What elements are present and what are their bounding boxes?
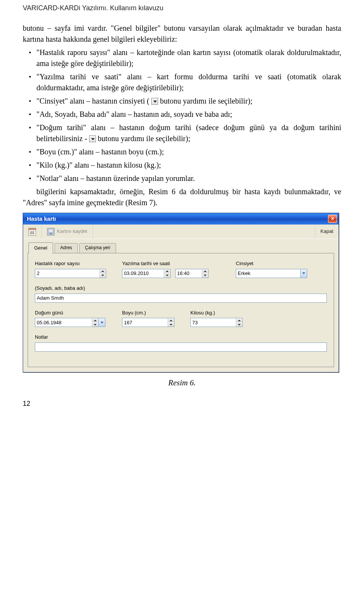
bullet-item-continued: • "Doğum tarihi" alanı – hastanın doğum …: [23, 122, 341, 144]
chevron-down-icon[interactable]: [300, 269, 307, 278]
intro-paragraph: butonu – sayfa imi vardır. "Genel bilgil…: [23, 23, 341, 45]
time-spinner[interactable]: [202, 269, 209, 278]
page-number: 12: [23, 399, 341, 408]
birthday-label: Doğum günü: [35, 309, 107, 317]
birthday-input[interactable]: [35, 318, 92, 327]
calendar-icon: [28, 228, 36, 236]
birthday-spinner[interactable]: [92, 318, 99, 327]
notes-input[interactable]: [35, 342, 327, 352]
bullet-item: "Notlar" alanı – hastanın üzerinde yapıl…: [36, 173, 341, 184]
form-panel: Hastalık rapor sayısı Yazılma tarihi ve …: [28, 253, 334, 367]
report-number-label: Hastalık rapor sayısı: [35, 260, 107, 267]
height-spinner[interactable]: [168, 318, 174, 327]
bullet-item: "Boyu (cm.)" alanı – hastanın boyu (cm.)…: [36, 146, 341, 157]
height-input[interactable]: [122, 318, 168, 327]
save-card-button[interactable]: Kartını kaydet: [42, 225, 93, 239]
close-label: Kapat: [320, 228, 333, 235]
date-input[interactable]: [122, 269, 164, 278]
titlebar[interactable]: Hasta kartı ×: [23, 213, 339, 225]
save-label: Kartını kaydet: [57, 228, 87, 235]
calendar-button[interactable]: [23, 225, 42, 239]
bullet-item: "Kilo (kg.)" alanı – hastanın kilosu (kg…: [36, 160, 341, 171]
close-button[interactable]: Kapat: [315, 225, 339, 239]
bullet-text: "Cinsiyet" alanı – hastanın cinsiyeti (: [36, 97, 149, 105]
figure-caption: Resim 6.: [23, 377, 341, 388]
hasta-karti-dialog: Hasta kartı × Kartını kaydet Kapat Genel…: [23, 213, 339, 372]
report-number-input[interactable]: [35, 269, 99, 278]
dialog-screenshot: Hasta kartı × Kartını kaydet Kapat Genel…: [23, 213, 341, 372]
bullet-text: butonu yardımı ile seçilebilir);: [98, 134, 190, 143]
chevron-down-icon[interactable]: [99, 318, 105, 327]
weight-label: Kilosu (kg.): [190, 309, 243, 317]
report-spinner[interactable]: [99, 269, 106, 278]
notes-label: Notlar: [35, 334, 327, 341]
bullet-text: butonu yardımı ile seçilebilir);: [160, 97, 253, 105]
weight-spinner[interactable]: [236, 318, 243, 327]
tab-genel[interactable]: Genel: [28, 242, 53, 254]
name-input[interactable]: [35, 294, 327, 303]
field-bullet-list: "Hastalık raporu sayısı" alanı – kartote…: [23, 47, 341, 120]
gender-label: Cinsiyet: [236, 260, 308, 267]
dropdown-icon: [151, 98, 158, 105]
close-icon[interactable]: ×: [328, 215, 337, 223]
date-spinner[interactable]: [164, 269, 171, 278]
tab-row: Genel Adres Çalışma yeri: [23, 239, 339, 253]
after-paragraph: bilgilerini kapsamaktadır, örneğin, Resi…: [23, 186, 341, 208]
time-input[interactable]: [175, 269, 202, 278]
toolbar: Kartını kaydet Kapat: [23, 225, 339, 239]
height-label: Boyu (cm.): [122, 309, 175, 317]
save-icon: [47, 228, 55, 236]
field-bullet-list-continued: "Boyu (cm.)" alanı – hastanın boyu (cm.)…: [23, 146, 341, 184]
name-label: (Soyadı, adı, baba adı): [35, 285, 327, 292]
bullet-item: "Yazılma tarihi ve saati" alanı – kart f…: [36, 71, 341, 93]
bullet-item: "Cinsiyet" alanı – hastanın cinsiyeti ( …: [36, 96, 341, 107]
bullet-item: "Hastalık raporu sayısı" alanı – kartote…: [36, 47, 341, 69]
window-title: Hasta kartı: [27, 215, 56, 223]
bullet-item: "Adı, Soyadı, Baba adı" alanı – hastanın…: [36, 109, 341, 120]
gender-combo[interactable]: [236, 269, 300, 278]
toolbar-spacer: [93, 225, 315, 239]
datetime-label: Yazılma tarihi ve saati: [122, 260, 221, 267]
dropdown-icon: [89, 135, 96, 142]
page-header: VARICARD-KARDi Yazılımı. Kullanım kılavu…: [23, 0, 341, 23]
weight-input[interactable]: [190, 318, 236, 327]
